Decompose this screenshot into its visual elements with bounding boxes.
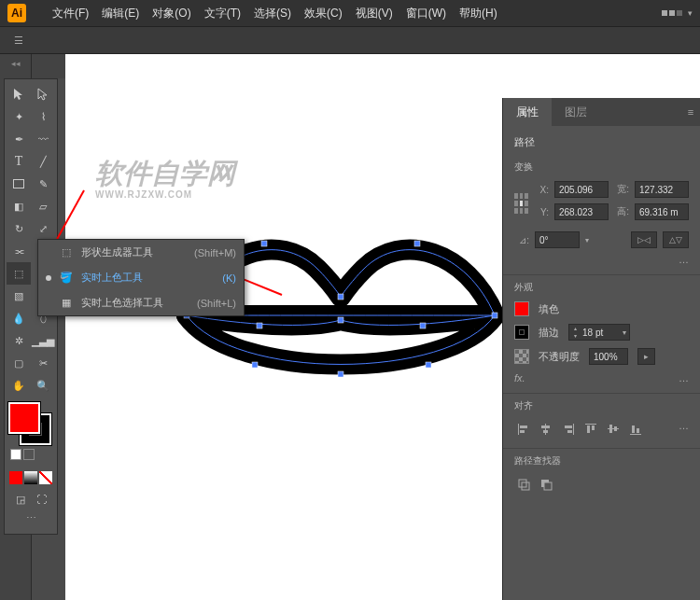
x-input[interactable] [554, 181, 609, 198]
eyedropper-tool[interactable]: 💧 [7, 307, 31, 329]
flyout-shortcut: (Shift+L) [197, 298, 236, 309]
slice-tool[interactable]: ✂ [31, 352, 55, 374]
shaper-tool[interactable]: ◧ [7, 195, 31, 217]
opacity-swatch[interactable] [514, 349, 529, 364]
pathfinder-unite-button[interactable] [514, 475, 533, 494]
default-fill-stroke-icon[interactable] [10, 449, 21, 460]
paintbrush-tool[interactable]: ✎ [31, 173, 55, 195]
menu-help[interactable]: 帮助(H) [454, 2, 503, 25]
flyout-label: 形状生成器工具 [81, 245, 187, 259]
align-right-button[interactable] [559, 420, 578, 439]
stroke-weight-input[interactable] [581, 325, 620, 340]
column-graph-tool[interactable]: ▁▃▅ [31, 329, 55, 352]
mesh-tool[interactable]: ▧ [7, 285, 31, 307]
width-input[interactable] [635, 181, 689, 198]
fill-swatch[interactable] [8, 402, 40, 434]
flyout-live-paint-selection[interactable]: ▦ 实时上色选择工具 (Shift+L) [38, 290, 244, 315]
svg-rect-17 [543, 430, 548, 433]
menu-window[interactable]: 窗口(W) [400, 2, 452, 25]
curvature-tool[interactable]: 〰 [31, 128, 55, 150]
shape-builder-tool[interactable]: ⬚ [7, 262, 31, 285]
screen-mode-icon[interactable]: ◲ [12, 492, 29, 507]
dock-collapse-icon[interactable]: ◂◂ [0, 54, 31, 73]
menu-file[interactable]: 文件(F) [47, 2, 94, 25]
svg-rect-20 [567, 430, 572, 433]
svg-rect-25 [609, 425, 612, 433]
stroke-weight-stepper[interactable]: ▴▾ ▾ [568, 324, 630, 341]
align-bottom-button[interactable] [626, 420, 645, 439]
reference-point-icon[interactable] [514, 193, 528, 214]
color-mode-none[interactable] [39, 471, 52, 484]
live-paint-selection-icon: ▦ [59, 297, 74, 309]
appearance-more-button[interactable]: … [679, 372, 689, 384]
home-icon[interactable]: ☰ [7, 30, 30, 50]
selection-tool[interactable] [7, 83, 31, 105]
align-left-button[interactable] [514, 420, 533, 439]
pen-tool[interactable]: ✒ [7, 128, 31, 150]
color-mode-gradient[interactable] [24, 471, 37, 484]
panel-menu-icon[interactable]: ≡ [681, 98, 700, 126]
angle-dropdown-icon[interactable]: ▾ [585, 236, 589, 244]
opacity-slider-button[interactable]: ▸ [637, 348, 655, 365]
magic-wand-tool[interactable]: ✦ [7, 105, 31, 128]
menu-view[interactable]: 视图(V) [350, 2, 399, 25]
height-input[interactable] [635, 203, 689, 220]
flyout-shape-builder[interactable]: ⬚ 形状生成器工具 (Shift+M) [38, 240, 244, 265]
svg-rect-3 [338, 317, 343, 323]
change-screen-icon[interactable]: ⛶ [33, 492, 49, 507]
swap-fill-stroke-icon[interactable] [23, 449, 35, 460]
align-top-button[interactable] [581, 420, 600, 439]
y-input[interactable] [554, 203, 609, 220]
fill-color-swatch[interactable] [514, 301, 529, 316]
fill-stroke-swatch[interactable] [7, 400, 55, 447]
line-tool[interactable]: ╱ [31, 150, 55, 173]
pathfinder-minus-button[interactable] [537, 475, 555, 494]
align-hcenter-button[interactable] [537, 420, 555, 439]
fx-label[interactable]: fx. [514, 372, 525, 384]
flyout-shortcut: (K) [222, 272, 236, 284]
menu-effect[interactable]: 效果(C) [299, 2, 348, 25]
watermark: 软件自学网 WWW.RJZXW.COM [95, 155, 235, 200]
symbol-sprayer-tool[interactable]: ✲ [7, 329, 31, 352]
artboard-tool[interactable]: ▢ [7, 352, 31, 374]
color-mode-color[interactable] [9, 471, 22, 484]
stroke-color-swatch[interactable] [514, 325, 529, 340]
flip-h-button[interactable]: ▷◁ [631, 231, 657, 248]
svg-rect-18 [573, 424, 574, 435]
svg-rect-23 [592, 426, 595, 430]
svg-rect-7 [252, 362, 258, 368]
svg-rect-22 [587, 426, 590, 433]
type-tool[interactable]: T [7, 150, 31, 173]
width-tool[interactable]: ⫘ [7, 240, 31, 262]
rectangle-tool[interactable] [7, 173, 31, 195]
hand-tool[interactable]: ✋ [7, 374, 31, 397]
menu-type[interactable]: 文字(T) [199, 2, 246, 25]
stroke-label: 描边 [539, 326, 559, 340]
align-vcenter-button[interactable] [604, 420, 623, 439]
flyout-live-paint-bucket[interactable]: 🪣 实时上色工具 (K) [38, 265, 244, 290]
zoom-tool[interactable]: 🔍 [31, 374, 55, 397]
menu-select[interactable]: 选择(S) [248, 2, 297, 25]
eraser-tool[interactable]: ▱ [31, 195, 55, 217]
opacity-input[interactable] [589, 348, 628, 365]
scale-tool[interactable]: ⤢ [31, 217, 55, 240]
angle-input[interactable] [535, 231, 580, 248]
svg-rect-28 [632, 426, 635, 433]
svg-rect-1 [492, 313, 497, 318]
svg-rect-12 [518, 424, 519, 435]
transform-more-button[interactable]: … [514, 254, 689, 265]
tab-properties[interactable]: 属性 [503, 98, 552, 126]
align-more-button[interactable]: … [679, 420, 689, 439]
edit-toolbar-button[interactable]: ⋯ [7, 507, 55, 530]
flip-v-button[interactable]: △▽ [663, 231, 689, 248]
rotate-tool[interactable]: ↻ [7, 217, 31, 240]
h-label: 高: [614, 205, 629, 218]
lasso-tool[interactable]: ⌇ [31, 105, 55, 128]
workspace-switcher[interactable]: ▾ [662, 8, 693, 18]
tab-layers[interactable]: 图层 [552, 98, 600, 126]
menu-edit[interactable]: 编辑(E) [96, 2, 145, 25]
direct-selection-tool[interactable] [31, 83, 55, 105]
menu-object[interactable]: 对象(O) [147, 2, 196, 25]
svg-rect-26 [614, 426, 617, 431]
shape-builder-flyout: ⬚ 形状生成器工具 (Shift+M) 🪣 实时上色工具 (K) ▦ 实时上色选… [37, 239, 245, 316]
